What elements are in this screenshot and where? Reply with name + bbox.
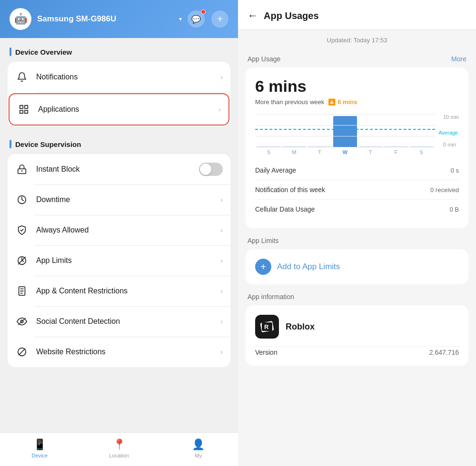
content-restrictions-icon <box>15 284 29 298</box>
left-panel: 🤖 Samsung SM-G986U ▾ 💬 + Device Overview <box>0 0 238 466</box>
svg-rect-1 <box>25 106 28 108</box>
nav-device-label: Device <box>32 453 48 458</box>
chevron-right-icon: › <box>220 257 223 264</box>
more-link[interactable]: More <box>451 55 466 63</box>
stats-notifications: Notification of this week 0 received <box>255 180 459 200</box>
version-label: Version <box>255 349 278 356</box>
sidebar-item-always-allowed[interactable]: Always Allowed › <box>8 215 230 245</box>
chevron-right-icon: › <box>218 106 221 113</box>
svg-line-16 <box>19 349 25 355</box>
app-limits-section-label: App Limits <box>246 230 468 249</box>
usage-minutes: 6 mins <box>255 77 459 96</box>
svg-rect-2 <box>20 110 23 113</box>
device-header: 🤖 Samsung SM-G986U ▾ 💬 + <box>0 0 238 38</box>
app-content-label: App & Content Restrictions <box>36 287 213 295</box>
bell-icon <box>15 70 29 84</box>
right-header: ← App Usages <box>238 0 476 30</box>
chevron-right-icon: › <box>220 348 223 356</box>
add-limits-icon: + <box>255 259 271 275</box>
app-information-section-label: App information <box>246 286 468 305</box>
sidebar-item-app-content-restrictions[interactable]: App & Content Restrictions › <box>8 276 230 306</box>
chevron-right-icon: › <box>220 196 223 204</box>
clock-icon <box>15 193 29 206</box>
device-supervision-label: Device Supervision <box>15 140 81 148</box>
svg-rect-0 <box>20 106 23 108</box>
comparison-badge: 🔼 6 mins <box>328 98 357 106</box>
sidebar-item-downtime[interactable]: Downtime › <box>8 184 230 215</box>
nav-location[interactable]: 📍 Location <box>79 437 159 460</box>
add-to-app-limits-card[interactable]: + Add to App Limits <box>246 249 468 284</box>
device-supervision-section: Device Supervision <box>8 130 230 154</box>
usage-comparison: More than previous week 🔼 6 mins <box>255 98 459 106</box>
message-button[interactable]: 💬 <box>188 10 205 28</box>
average-line: Average <box>255 129 435 130</box>
sidebar-item-app-limits[interactable]: App Limits › <box>8 245 230 276</box>
usage-chart: 10 min 0 min Average <box>255 114 459 157</box>
stats-rows: Daily Average 0 s Notification of this w… <box>255 161 459 219</box>
nav-device[interactable]: 📱 Device <box>0 437 79 460</box>
app-icon: R <box>255 315 279 339</box>
chevron-right-icon: › <box>220 287 223 295</box>
nav-location-label: Location <box>109 453 129 458</box>
website-restrictions-label: Website Restrictions <box>36 348 213 356</box>
sidebar-item-applications[interactable]: Applications › <box>9 93 229 126</box>
app-limits-label: App Limits <box>36 256 213 265</box>
page-title: App Usages <box>264 10 319 21</box>
chevron-right-icon: › <box>220 318 223 325</box>
app-info-row: R Roblox <box>255 315 459 339</box>
sidebar-item-notifications[interactable]: Notifications › <box>8 62 230 92</box>
sidebar-item-social-content[interactable]: Social Content Detection › <box>8 306 230 337</box>
chart-bars: Average <box>255 114 435 147</box>
chevron-right-icon: › <box>220 73 223 81</box>
sidebar-item-website-restrictions[interactable]: Website Restrictions › <box>8 337 230 367</box>
avatar: 🤖 <box>10 8 31 30</box>
average-label: Average <box>438 130 458 136</box>
instant-block-toggle[interactable] <box>199 163 223 176</box>
add-limits-label: Add to App Limits <box>277 262 340 272</box>
grid-icon <box>17 103 30 116</box>
sidebar-item-instant-block[interactable]: Instant Block <box>8 154 230 184</box>
stats-cellular: Cellular Data Usage 0 B <box>255 200 459 219</box>
app-usage-label: App Usage <box>248 55 280 63</box>
device-name: Samsung SM-G986U <box>37 14 172 24</box>
applications-label: Applications <box>38 105 211 114</box>
notifications-label: Notifications <box>36 73 213 81</box>
supervision-card: Instant Block Downtime › Always Allowed … <box>8 154 230 367</box>
right-content: Updated: Today 17:53 App Usage More 6 mi… <box>238 30 476 466</box>
device-overview-section: Device Overview <box>8 38 230 62</box>
stats-daily-average: Daily Average 0 s <box>255 161 459 180</box>
nav-my[interactable]: 👤 My <box>159 437 238 460</box>
block-icon <box>15 345 29 359</box>
usage-card: 6 mins More than previous week 🔼 6 mins … <box>246 68 468 228</box>
version-value: 2.647.716 <box>429 349 459 356</box>
grid-line-mid1 <box>255 125 435 126</box>
section-bar <box>10 48 11 56</box>
svg-text:R: R <box>264 323 269 330</box>
social-content-label: Social Content Detection <box>36 317 213 326</box>
add-button[interactable]: + <box>211 10 228 28</box>
always-allowed-label: Always Allowed <box>36 226 213 234</box>
app-limits-icon <box>15 254 29 267</box>
version-row: Version 2.647.716 <box>255 346 459 356</box>
chart-x-labels: S M T W T F S <box>255 147 435 155</box>
eye-icon <box>15 315 29 328</box>
my-nav-icon: 👤 <box>192 438 205 451</box>
grid-line-mid2 <box>255 136 435 136</box>
overview-card: Notifications › Applications › <box>8 62 230 126</box>
left-content: Device Overview Notifications › Applicat… <box>0 38 238 432</box>
back-button[interactable]: ← <box>248 10 258 22</box>
app-usage-section-header: App Usage More <box>246 49 468 68</box>
chevron-right-icon: › <box>220 226 223 234</box>
chevron-down-icon[interactable]: ▾ <box>179 16 182 22</box>
shield-check-icon <box>15 223 29 237</box>
device-overview-label: Device Overview <box>15 48 72 56</box>
app-info-card: R Roblox Version 2.647.716 <box>246 305 468 366</box>
instant-block-label: Instant Block <box>36 165 191 174</box>
updated-timestamp: Updated: Today 17:53 <box>246 30 468 49</box>
notification-badge <box>201 10 206 14</box>
downtime-label: Downtime <box>36 195 213 204</box>
right-panel: ← App Usages Updated: Today 17:53 App Us… <box>238 0 476 466</box>
x-label-w: W <box>333 149 357 155</box>
location-nav-icon: 📍 <box>113 438 126 451</box>
bottom-nav: 📱 Device 📍 Location 👤 My <box>0 432 238 466</box>
